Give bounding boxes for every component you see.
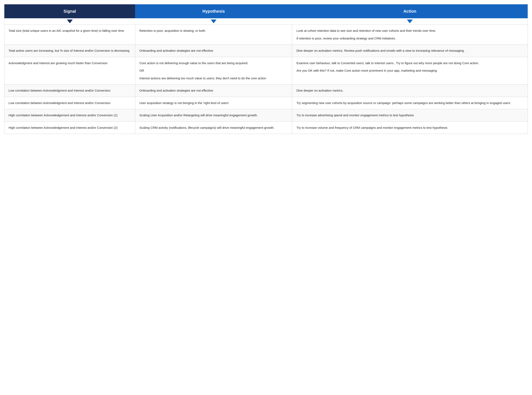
hypothesis-cell: Scaling CRM activity (notifications, lif…: [135, 121, 292, 134]
table-row: Low correlation between Acknowledgment a…: [4, 85, 528, 97]
header-hypothesis: Hypothesis: [135, 4, 292, 18]
table-row: Low correlation between Acknowledgment a…: [4, 97, 528, 109]
table-body: Total size (total unique users in an AIC…: [4, 25, 528, 134]
hypothesis-cell: Core action is not delivering enough val…: [135, 57, 292, 85]
table-row: Total active users are increasing, but %…: [4, 45, 528, 57]
table-row: High correlation between Acknowledgement…: [4, 109, 528, 122]
table-row: Total size (total unique users in an AIC…: [4, 25, 528, 45]
action-cell: Try segmenting new user cohorts by acqui…: [292, 97, 528, 109]
signal-cell: Total active users are increasing, but %…: [4, 45, 135, 57]
action-cell: Try to increase advertising spend and mo…: [292, 109, 528, 122]
hypothesis-cell: Retention is poor, acquisition is slowin…: [135, 25, 292, 45]
signal-cell: Low correlation between Acknowledgment a…: [4, 85, 135, 97]
action-cell: Dive deeper on activation metrics. Revie…: [292, 45, 528, 57]
hypothesis-cell: Scaling User Acquisition and/or Retarget…: [135, 109, 292, 122]
chevron-hypothesis-icon: [211, 20, 216, 23]
chevron-action-icon: [407, 20, 413, 23]
chevron-signal-icon: [67, 20, 73, 23]
main-table: Signal Hypothesis Action Total size (tot…: [4, 4, 528, 134]
action-cell: Try to increase volume and frequency of …: [292, 121, 528, 134]
table-row: High correlation between Acknowledgement…: [4, 121, 528, 134]
header-action: Action: [292, 4, 528, 18]
signal-cell: High correlation between Acknowledgement…: [4, 121, 135, 134]
chevron-action-cell: [292, 18, 528, 25]
chevron-hypothesis-cell: [135, 18, 292, 25]
chevron-row: [4, 18, 528, 25]
action-cell: Examine user behaviour, talk to Converte…: [292, 57, 528, 85]
signal-cell: Total size (total unique users in an AIC…: [4, 25, 135, 45]
signal-cell: High correlation between Acknowledgement…: [4, 109, 135, 122]
action-cell: Look at cohort retention data to see siz…: [292, 25, 528, 45]
chevron-signal-cell: [4, 18, 135, 25]
header-signal: Signal: [4, 4, 135, 18]
hypothesis-cell: Onboarding and activation strategies are…: [135, 45, 292, 57]
table-row: Acknowledgment and Interest are growing …: [4, 57, 528, 85]
header-row: Signal Hypothesis Action: [4, 4, 528, 18]
hypothesis-cell: User acquisition strategy is not bringin…: [135, 97, 292, 109]
hypothesis-cell: Onboarding and activation strategies are…: [135, 85, 292, 97]
signal-cell: Low correlation between Acknowledgment a…: [4, 97, 135, 109]
action-cell: Dive deeper on activation metrics.: [292, 85, 528, 97]
signal-cell: Acknowledgment and Interest are growing …: [4, 57, 135, 85]
